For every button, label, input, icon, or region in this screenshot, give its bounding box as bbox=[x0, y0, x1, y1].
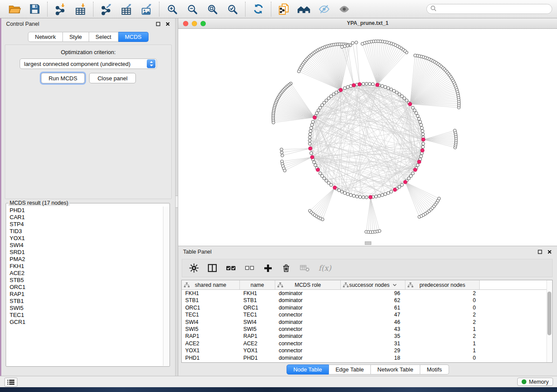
cell: YOX1 bbox=[240, 347, 275, 354]
import-table-icon[interactable] bbox=[73, 3, 88, 16]
mcds-result-item[interactable]: SWI4 bbox=[10, 242, 170, 249]
mcds-result-item[interactable]: PMA2 bbox=[10, 256, 170, 263]
column-header-name[interactable]: name bbox=[240, 280, 275, 289]
task-history-button[interactable] bbox=[4, 378, 17, 387]
import-network-icon[interactable] bbox=[52, 3, 68, 16]
table-row[interactable]: SWI5SWI5connector431 bbox=[182, 326, 552, 333]
mcds-result-item[interactable]: CAR1 bbox=[10, 214, 170, 221]
mcds-result-item[interactable]: PHD1 bbox=[10, 207, 170, 214]
table-row[interactable]: RAP1RAP1dominator352 bbox=[182, 333, 552, 340]
optimization-criterion-select[interactable]: largest connected component (undirected) bbox=[20, 58, 157, 69]
column-header-successor-nodes[interactable]: successor nodes bbox=[341, 280, 405, 289]
scrollbar-thumb[interactable] bbox=[547, 292, 551, 335]
mcds-result-title: MCDS result (17 nodes) bbox=[8, 200, 69, 206]
mcds-result-item[interactable]: SWI5 bbox=[10, 305, 170, 312]
table-row[interactable]: TEC1TEC1connector472 bbox=[182, 311, 552, 318]
zoom-fit-icon[interactable] bbox=[204, 3, 220, 16]
split-columns-icon[interactable] bbox=[208, 263, 217, 273]
delete-icon[interactable] bbox=[281, 263, 291, 273]
cell: 29 bbox=[341, 347, 405, 354]
first-neighbors-icon[interactable] bbox=[296, 3, 312, 16]
refresh-icon[interactable] bbox=[250, 3, 266, 16]
network-window-titlebar[interactable]: YPA_prune.txt_1 bbox=[178, 18, 557, 29]
float-panel-icon[interactable] bbox=[537, 249, 543, 254]
add-icon[interactable] bbox=[263, 263, 273, 273]
mcds-result-list: PHD1CAR1STP4TID3YOX1SWI4SRD1PMA2FKH1ACE2… bbox=[6, 206, 170, 326]
mcds-result-item[interactable]: STB1 bbox=[10, 298, 170, 305]
mcds-result-item[interactable]: SRD1 bbox=[10, 249, 170, 256]
close-panel-icon[interactable] bbox=[165, 21, 170, 27]
deselect-all-icon[interactable] bbox=[245, 263, 254, 273]
mcds-result-item[interactable]: TEC1 bbox=[10, 312, 170, 319]
divider-handle[interactable] bbox=[176, 196, 178, 208]
duplicate-network-icon[interactable] bbox=[276, 3, 292, 16]
open-icon[interactable] bbox=[7, 3, 22, 16]
hide-selected-icon[interactable] bbox=[316, 3, 332, 16]
tab-edge-table[interactable]: Edge Table bbox=[329, 364, 371, 375]
chevron-down-icon bbox=[393, 284, 397, 286]
tab-style[interactable]: Style bbox=[63, 32, 89, 42]
memory-button[interactable]: Memory bbox=[517, 378, 553, 386]
mcds-result-item[interactable]: GCR1 bbox=[10, 319, 170, 326]
network-graph[interactable] bbox=[178, 29, 557, 246]
tab-network-table[interactable]: Network Table bbox=[371, 364, 420, 375]
tab-network[interactable]: Network bbox=[28, 32, 63, 42]
tab-node-table[interactable]: Node Table bbox=[286, 364, 329, 375]
zoom-out-icon[interactable] bbox=[184, 3, 200, 16]
cell-filler bbox=[480, 347, 552, 354]
cell: 46 bbox=[341, 319, 405, 326]
network-canvas[interactable] bbox=[178, 29, 557, 246]
column-header-shared-name[interactable]: shared name bbox=[182, 280, 240, 289]
mcds-result-item[interactable]: STB5 bbox=[10, 277, 170, 284]
cell: connector bbox=[275, 326, 341, 333]
column-header-predecessor-nodes[interactable]: predecessor nodes bbox=[405, 280, 480, 289]
zoom-in-icon[interactable] bbox=[164, 3, 180, 16]
gear-icon[interactable] bbox=[189, 263, 199, 273]
cell: 0 bbox=[405, 304, 480, 311]
search-input[interactable] bbox=[439, 5, 548, 13]
table-row[interactable]: SWI4SWI4dominator462 bbox=[182, 319, 552, 326]
table-row[interactable]: PHD1PHD1dominator180 bbox=[182, 354, 552, 361]
mcds-result-item[interactable]: STP4 bbox=[10, 221, 170, 228]
control-panel-tabs: NetworkStyleSelectMCDS bbox=[28, 32, 149, 42]
cell-filler bbox=[480, 340, 552, 347]
zoom-selected-icon[interactable] bbox=[225, 3, 240, 16]
show-hidden-icon[interactable] bbox=[336, 3, 352, 16]
mcds-result-item[interactable]: YOX1 bbox=[10, 235, 170, 242]
delete-column-icon[interactable] bbox=[300, 263, 310, 273]
tab-mcds[interactable]: MCDS bbox=[118, 32, 149, 42]
cell-filler bbox=[480, 333, 552, 340]
export-table-icon[interactable] bbox=[118, 3, 134, 16]
float-panel-icon[interactable] bbox=[156, 21, 161, 27]
tab-motifs[interactable]: Motifs bbox=[420, 364, 449, 375]
table-row[interactable]: FKH1FKH1dominator962 bbox=[182, 290, 552, 297]
table-row[interactable]: ORC1ORC1dominator610 bbox=[182, 304, 552, 311]
desktop-wallpaper bbox=[0, 387, 557, 392]
table-row[interactable]: YOX1YOX1connector291 bbox=[182, 347, 552, 354]
mcds-result-item[interactable]: ORC1 bbox=[10, 284, 170, 291]
cell: YOX1 bbox=[182, 347, 240, 354]
mcds-result-item[interactable]: ACE2 bbox=[10, 270, 170, 277]
tab-select[interactable]: Select bbox=[89, 32, 118, 42]
mcds-result-item[interactable]: FKH1 bbox=[10, 263, 170, 270]
run-mcds-button[interactable]: Run MCDS bbox=[41, 73, 85, 83]
export-network-icon[interactable] bbox=[98, 3, 114, 16]
cell: TEC1 bbox=[240, 311, 275, 318]
horizontal-scroll-handle[interactable] bbox=[365, 241, 371, 245]
save-icon[interactable] bbox=[27, 3, 42, 16]
table-scrollbar[interactable] bbox=[547, 280, 552, 362]
column-header-MCDS-role[interactable]: MCDS role bbox=[275, 280, 341, 289]
memory-label: Memory bbox=[529, 379, 549, 385]
cell: SWI5 bbox=[182, 326, 240, 333]
cell-filler bbox=[480, 304, 552, 311]
select-all-icon[interactable] bbox=[226, 263, 236, 273]
result-list-scrollbar[interactable] bbox=[163, 206, 169, 366]
export-image-icon[interactable] bbox=[138, 3, 154, 16]
panel-split-divider[interactable] bbox=[175, 18, 178, 376]
close-panel-icon[interactable] bbox=[547, 249, 552, 254]
close-panel-button[interactable]: Close panel bbox=[89, 73, 136, 83]
mcds-result-item[interactable]: TID3 bbox=[10, 228, 170, 235]
mcds-result-item[interactable]: RAP1 bbox=[10, 291, 170, 298]
table-row[interactable]: ACE2ACE2connector311 bbox=[182, 340, 552, 347]
table-row[interactable]: STB1STB1dominator620 bbox=[182, 297, 552, 304]
